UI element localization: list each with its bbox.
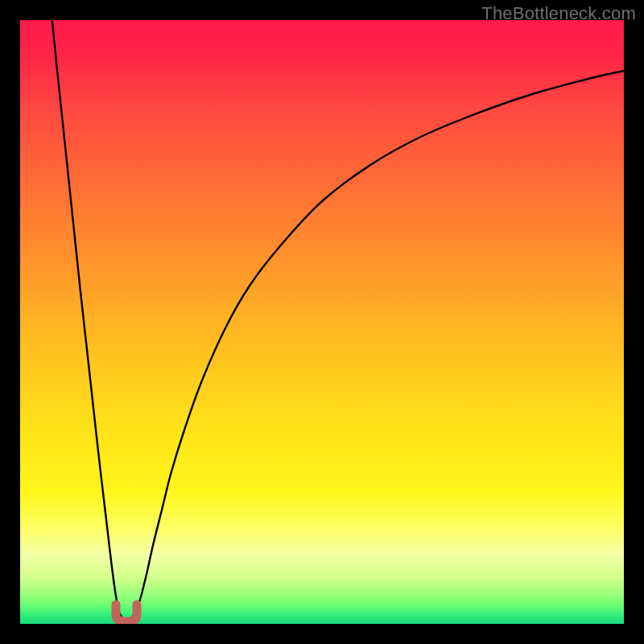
watermark-label: TheBottleneck.com [481, 3, 636, 24]
bottleneck-chart [20, 20, 624, 624]
gradient-background [20, 20, 624, 624]
chart-frame: TheBottleneck.com [0, 0, 644, 644]
